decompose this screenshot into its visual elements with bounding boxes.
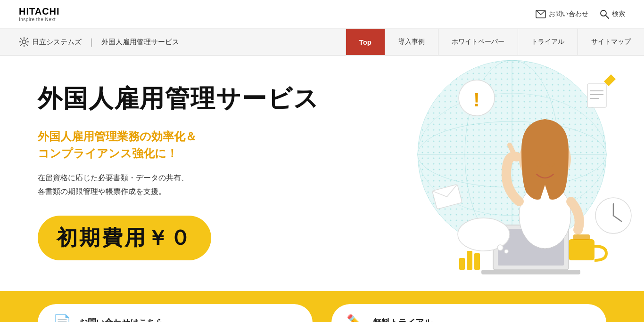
cta-trial-card[interactable]: ✏️ 無料トライアル bbox=[331, 304, 606, 322]
header-right: お問い合わせ 検索 bbox=[536, 9, 625, 19]
hero-title: 外国人雇用管理サービス bbox=[38, 84, 349, 113]
svg-point-38 bbox=[504, 250, 508, 253]
svg-point-1 bbox=[601, 10, 606, 16]
search-label: 検索 bbox=[612, 10, 625, 18]
svg-rect-19 bbox=[474, 253, 480, 270]
hero-subtitle-line1: 外国人雇用管理業務の効率化＆ bbox=[38, 130, 197, 143]
hero-section: 外国人雇用管理サービス 外国人雇用管理業務の効率化＆ コンプライアンス強化に！ … bbox=[0, 56, 644, 291]
svg-rect-28 bbox=[569, 239, 594, 260]
gear-icon bbox=[19, 37, 29, 47]
svg-point-3 bbox=[22, 40, 26, 44]
hero-illustration-svg: ! bbox=[342, 56, 644, 291]
contact-label: お問い合わせ bbox=[549, 10, 588, 18]
nav-bar: 日立システムズ ｜ 外国人雇用管理サービス Top 導入事例 ホワイトペーパー … bbox=[0, 29, 644, 56]
nav-sep: ｜ bbox=[87, 36, 96, 48]
cta-trial-text: 無料トライアル bbox=[373, 317, 432, 322]
logo-area: HITACHI Inspire the Next bbox=[19, 6, 60, 23]
svg-text:!: ! bbox=[473, 89, 479, 110]
top-header: HITACHI Inspire the Next お問い合わせ 検索 bbox=[0, 0, 644, 29]
brand-logo-text: 日立システムズ bbox=[32, 38, 82, 47]
cta-trial-icon: ✏️ bbox=[347, 314, 365, 322]
search-link[interactable]: 検索 bbox=[600, 9, 625, 19]
nav-sitemap[interactable]: サイトマップ bbox=[578, 29, 644, 55]
nav-links: Top 導入事例 ホワイトペーパー トライアル サイトマップ bbox=[346, 29, 644, 55]
hero-desc-line1: 在留資格に応じた必要書類・データの共有、 bbox=[38, 174, 189, 182]
cta-contact-icon: 📄 bbox=[53, 314, 72, 322]
brand-service-name: 外国人雇用管理サービス bbox=[101, 38, 179, 47]
svg-rect-23 bbox=[587, 84, 606, 107]
hero-desc: 在留資格に応じた必要書類・データの共有、 各書類の期限管理や帳票作成を支援。 bbox=[38, 171, 349, 199]
svg-rect-32 bbox=[481, 270, 580, 274]
hero-content: 外国人雇用管理サービス 外国人雇用管理業務の効率化＆ コンプライアンス強化に！ … bbox=[38, 84, 349, 260]
cta-section: 📄 お問い合わせはこちら ✏️ 無料トライアル bbox=[0, 291, 644, 322]
nav-top[interactable]: Top bbox=[346, 29, 385, 55]
cta-contact-text: お問い合わせはこちら bbox=[79, 317, 164, 322]
nav-cases[interactable]: 導入事例 bbox=[385, 29, 438, 55]
nav-whitepaper[interactable]: ホワイトペーパー bbox=[438, 29, 518, 55]
hitachi-logo: HITACHI Inspire the Next bbox=[19, 6, 60, 23]
brand-logo-group: 日立システムズ bbox=[19, 37, 82, 47]
hero-badge: 初期費用￥０ bbox=[38, 216, 211, 260]
svg-line-2 bbox=[606, 16, 609, 18]
svg-point-37 bbox=[497, 245, 503, 250]
hero-desc-line2: 各書類の期限管理や帳票作成を支援。 bbox=[38, 187, 166, 195]
hero-subtitle-line2: コンプライアンス強化に！ bbox=[38, 147, 178, 160]
nav-trial[interactable]: トライアル bbox=[518, 29, 578, 55]
hitachi-tagline: Inspire the Next bbox=[19, 17, 60, 23]
svg-rect-29 bbox=[573, 234, 590, 240]
search-icon bbox=[600, 9, 609, 19]
mail-icon bbox=[536, 10, 546, 18]
nav-brand: 日立システムズ ｜ 外国人雇用管理サービス bbox=[19, 29, 190, 55]
svg-rect-18 bbox=[467, 251, 472, 270]
hero-subtitle: 外国人雇用管理業務の効率化＆ コンプライアンス強化に！ bbox=[38, 128, 349, 162]
contact-link[interactable]: お問い合わせ bbox=[536, 10, 588, 18]
svg-rect-17 bbox=[459, 258, 465, 270]
hero-illustration: ! bbox=[342, 56, 644, 291]
cta-contact-card[interactable]: 📄 お問い合わせはこちら bbox=[38, 304, 313, 322]
